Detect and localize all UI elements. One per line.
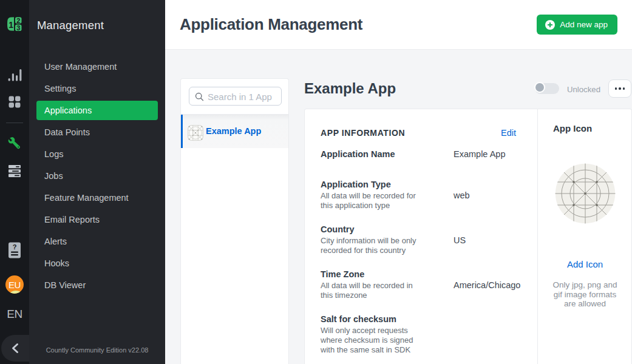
svg-text:1: 1 xyxy=(8,20,13,30)
svg-text:3: 3 xyxy=(16,24,20,31)
svg-text:2: 2 xyxy=(16,17,20,24)
svg-text:?: ? xyxy=(13,243,17,251)
svg-text:EU: EU xyxy=(8,280,21,290)
